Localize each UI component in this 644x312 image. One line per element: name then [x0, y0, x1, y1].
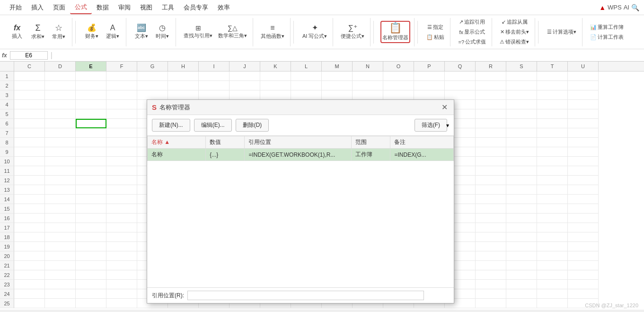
row-header[interactable]: 6 [0, 119, 14, 128]
grid-cell[interactable] [137, 81, 168, 90]
row-header[interactable]: 8 [0, 138, 14, 147]
row-header[interactable]: 21 [0, 261, 14, 270]
grid-cell[interactable] [291, 81, 322, 90]
grid-cell[interactable] [537, 119, 568, 128]
row-header[interactable]: 13 [0, 185, 14, 195]
dialog-content[interactable]: 名称 ▲ 数值 引用位置 范围 备注 名称 {...} =INDEX(GET.W… [147, 136, 454, 287]
grid-cell[interactable] [14, 157, 45, 166]
grid-cell[interactable] [45, 280, 76, 289]
grid-cell[interactable] [76, 81, 106, 90]
grid-cell[interactable] [476, 289, 506, 299]
grid-cell[interactable] [76, 280, 106, 289]
grid-cell[interactable] [45, 100, 76, 109]
grid-cell[interactable] [537, 100, 568, 109]
grid-cell[interactable] [45, 119, 76, 128]
grid-cell[interactable] [137, 90, 168, 100]
col-header-g[interactable]: G [137, 62, 168, 71]
grid-cell[interactable] [476, 299, 506, 308]
grid-cell[interactable] [506, 109, 537, 119]
grid-cell[interactable] [568, 242, 599, 251]
col-header-s[interactable]: S [506, 62, 537, 71]
grid-cell[interactable] [537, 223, 568, 232]
grid-cell[interactable] [506, 261, 537, 270]
grid-cell[interactable] [106, 176, 137, 185]
grid-cell[interactable] [14, 223, 45, 232]
other-btn[interactable]: ≡ 其他函数▾ [259, 23, 286, 41]
row-header[interactable]: 25 [0, 299, 14, 308]
grid-cell[interactable] [537, 251, 568, 261]
grid-cell[interactable] [414, 90, 445, 100]
row-header[interactable]: 20 [0, 251, 14, 261]
grid-cell[interactable] [106, 280, 137, 289]
grid-cell[interactable] [45, 195, 76, 204]
grid-cell[interactable] [506, 90, 537, 100]
row-header[interactable]: 3 [0, 90, 14, 100]
grid-cell[interactable] [476, 119, 506, 128]
grid-cell[interactable] [506, 119, 537, 128]
grid-cell[interactable] [383, 81, 414, 90]
col-header-d[interactable]: D [45, 62, 76, 71]
row-header[interactable]: 18 [0, 232, 14, 242]
grid-cell[interactable] [14, 138, 45, 147]
menu-tools[interactable]: 工具 [157, 1, 179, 14]
text-btn[interactable]: 🔤 文本▾ [132, 23, 151, 41]
grid-cell[interactable] [76, 90, 106, 100]
grid-cell[interactable] [14, 270, 45, 280]
col-header-scope[interactable]: 范围 [352, 136, 390, 149]
grid-cell[interactable] [568, 166, 599, 176]
designate-btn[interactable]: ☰ 指定 [425, 23, 445, 32]
lookup-btn[interactable]: ⊞ 查找与引用▾ [182, 24, 214, 40]
col-header-n[interactable]: N [353, 62, 383, 71]
row-header[interactable]: 23 [0, 280, 14, 289]
grid-cell[interactable] [45, 166, 76, 176]
grid-cell[interactable] [506, 289, 537, 299]
grid-cell[interactable] [322, 71, 353, 81]
grid-cell[interactable] [568, 119, 599, 128]
grid-cell[interactable] [14, 280, 45, 289]
grid-cell[interactable] [106, 81, 137, 90]
row-header[interactable]: 19 [0, 242, 14, 251]
grid-cell[interactable] [76, 214, 106, 223]
row-header[interactable]: 4 [0, 100, 14, 109]
grid-cell[interactable] [568, 270, 599, 280]
grid-cell[interactable] [537, 242, 568, 251]
grid-cell[interactable] [76, 71, 106, 81]
grid-cell[interactable] [106, 71, 137, 81]
col-header-q[interactable]: Q [445, 62, 476, 71]
grid-cell[interactable] [537, 204, 568, 214]
grid-cell[interactable] [76, 138, 106, 147]
grid-cell[interactable] [537, 289, 568, 299]
grid-cell[interactable] [383, 71, 414, 81]
grid-cell[interactable] [506, 195, 537, 204]
row-header[interactable]: 15 [0, 204, 14, 214]
col-header-k[interactable]: K [260, 62, 291, 71]
grid-cell[interactable] [506, 270, 537, 280]
grid-cell[interactable] [45, 251, 76, 261]
col-header-c[interactable]: C [14, 62, 45, 71]
menu-review[interactable]: 审阅 [114, 1, 135, 14]
row-header[interactable]: 12 [0, 176, 14, 185]
grid-cell[interactable] [14, 71, 45, 81]
grid-cell[interactable] [506, 166, 537, 176]
menu-start[interactable]: 开始 [5, 1, 26, 14]
grid-cell[interactable] [537, 176, 568, 185]
grid-cell[interactable] [260, 71, 291, 81]
grid-cell[interactable] [568, 214, 599, 223]
grid-cell[interactable] [568, 147, 599, 157]
grid-cell[interactable] [476, 214, 506, 223]
calc-value-btn[interactable]: =? 公式求值 [456, 37, 488, 46]
grid-cell[interactable] [353, 90, 383, 100]
grid-cell[interactable] [14, 185, 45, 195]
grid-cell[interactable] [506, 223, 537, 232]
grid-cell[interactable] [168, 81, 199, 90]
common-btn[interactable]: ☆ 常用▾ [49, 23, 68, 41]
menu-efficiency[interactable]: 效率 [213, 1, 235, 14]
col-header-i[interactable]: I [199, 62, 229, 71]
grid-cell[interactable] [229, 71, 260, 81]
grid-cell[interactable] [568, 280, 599, 289]
grid-cell[interactable] [106, 270, 137, 280]
grid-cell[interactable] [76, 185, 106, 195]
grid-cell[interactable] [476, 251, 506, 261]
grid-cell[interactable] [106, 289, 137, 299]
grid-cell[interactable] [476, 223, 506, 232]
